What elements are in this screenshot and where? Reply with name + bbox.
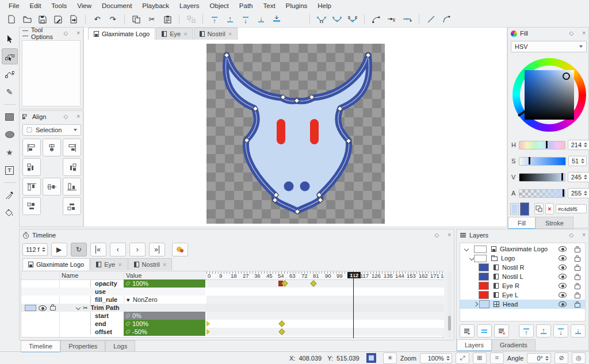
keyframe[interactable] (278, 320, 285, 327)
keyframe[interactable] (310, 280, 316, 286)
layer-color-swatch[interactable] (479, 263, 489, 271)
saturation-slider[interactable] (519, 157, 566, 166)
lower-to-bottom-button[interactable]: ↓ (254, 13, 268, 26)
layer-row-eye-l[interactable]: Eye L (460, 290, 585, 300)
layer-row-eye-r[interactable]: Eye R (460, 281, 585, 290)
layer-raise-button[interactable]: ↑ (536, 324, 551, 338)
menu-layers[interactable]: Layers (174, 0, 205, 12)
draw-line-button[interactable] (424, 13, 438, 26)
duplicate-layer-button[interactable] (477, 324, 492, 338)
star-tool-button[interactable]: ★ (2, 144, 18, 160)
reset-rotation-button[interactable]: ⊘ (554, 352, 568, 364)
menu-path[interactable]: Path (234, 0, 258, 12)
align-top-button[interactable] (22, 178, 41, 196)
close-panel-button[interactable]: × (582, 232, 586, 238)
offset-track[interactable] (206, 328, 444, 336)
menu-plugins[interactable]: Plugins (281, 0, 313, 12)
property-row-use[interactable]: use (21, 288, 205, 296)
lock-icon[interactable] (575, 275, 580, 280)
redo-button[interactable]: ↷ (106, 13, 120, 26)
expander-icon[interactable] (464, 247, 469, 251)
edit-nodes-tool-button[interactable] (2, 48, 18, 64)
align-bottom-button[interactable] (63, 178, 81, 196)
tool-options-titlebar[interactable]: Tool Options ◇ × (20, 28, 83, 39)
scrollbar-thumb[interactable] (448, 316, 451, 331)
move-to-layer-button[interactable] (270, 13, 284, 26)
align-hcenter-button[interactable] (43, 139, 61, 156)
close-tab-icon[interactable]: × (118, 261, 121, 268)
layer-row-logo[interactable]: Logo (460, 254, 585, 263)
tab-eye[interactable]: Eye × (156, 28, 193, 40)
hue-spinbox[interactable]: 214 (568, 140, 589, 150)
keyframe-start-half[interactable] (206, 321, 210, 327)
trim-path-swatch[interactable] (25, 305, 36, 311)
eye-left-shape[interactable] (277, 119, 285, 144)
menu-document[interactable]: Document (97, 0, 137, 12)
visibility-icon[interactable] (559, 283, 567, 289)
layer-color-swatch[interactable] (479, 291, 489, 299)
property-row-opacity[interactable]: opacity 100% (21, 279, 205, 288)
trim-path-track[interactable] (206, 304, 444, 312)
menu-edit[interactable]: Edit (25, 0, 47, 12)
align-right-button[interactable] (63, 139, 81, 156)
align-outside-right-button[interactable] (63, 158, 81, 176)
add-layer-button[interactable] (460, 324, 475, 338)
rectangle-tool-button[interactable] (2, 109, 18, 125)
spin-arrows[interactable] (545, 356, 549, 361)
onion-skin-button[interactable]: ◎ (572, 352, 586, 364)
select-tool-button[interactable] (2, 30, 18, 47)
tab-properties[interactable]: Properties (60, 340, 105, 352)
tab-logs[interactable]: Logs (105, 340, 135, 352)
node-symmetric-button[interactable] (346, 13, 359, 26)
go-to-end-button[interactable]: » (149, 243, 165, 256)
align-outside-left-button[interactable] (22, 158, 41, 176)
visibility-icon[interactable] (559, 246, 567, 252)
canvas-viewport[interactable] (206, 44, 385, 224)
float-panel-button[interactable]: ◇ (434, 232, 439, 238)
head-shape[interactable] (225, 55, 369, 211)
property-row-fill-rule[interactable]: fill_rule ♥NonZero (21, 296, 205, 304)
open-file-button[interactable] (20, 13, 34, 26)
tab-gradients[interactable]: Gradients (492, 339, 536, 351)
align-titlebar[interactable]: Align ◇ × (20, 111, 83, 122)
nostril-left-shape[interactable] (284, 182, 294, 191)
layer-lower-button[interactable]: ↓ (553, 324, 568, 338)
visibility-icon[interactable] (559, 292, 567, 298)
close-panel-button[interactable]: × (582, 30, 586, 36)
property-row-offset[interactable]: offset -50% (21, 328, 205, 336)
fill-rule-value-cell[interactable]: ♥NonZero (124, 296, 205, 304)
visibility-icon[interactable] (559, 265, 567, 270)
timeline-titlebar[interactable]: Timeline ◇ × (20, 229, 454, 241)
delete-layer-button[interactable] (494, 324, 509, 338)
canvas-settings-button[interactable]: ✳ (383, 352, 397, 364)
ellipse-tool-button[interactable] (2, 127, 18, 143)
color-picker-tool-button[interactable] (2, 187, 18, 203)
keyframe[interactable] (278, 328, 285, 335)
close-panel-button[interactable]: × (448, 232, 451, 238)
align-outside-top-button[interactable] (22, 197, 41, 215)
paste-button[interactable] (160, 13, 174, 26)
new-file-button[interactable] (5, 13, 18, 26)
tab-stroke[interactable]: Stroke (536, 217, 573, 229)
float-panel-button[interactable]: ◇ (569, 232, 573, 238)
next-frame-button[interactable]: › (129, 243, 146, 256)
secondary-color-swatch[interactable] (520, 202, 530, 216)
current-color-indicator[interactable] (366, 353, 376, 363)
close-panel-button[interactable]: × (77, 114, 80, 120)
align-outside-bottom-button[interactable] (63, 197, 81, 215)
float-panel-button[interactable]: ◇ (63, 30, 68, 36)
saturation-slider-handle[interactable] (529, 157, 530, 164)
draw-bezier-tool-button[interactable] (2, 66, 18, 82)
draw-arc-button[interactable] (439, 13, 453, 26)
eye-right-shape[interactable] (310, 119, 319, 144)
lock-icon[interactable] (575, 294, 580, 298)
float-panel-button[interactable]: ◇ (569, 30, 573, 36)
menu-file[interactable]: File (3, 0, 25, 12)
align-vcenter-button[interactable] (43, 178, 61, 196)
use-track[interactable] (206, 288, 444, 296)
frame-spinbox[interactable]: 112 f (22, 243, 48, 256)
expander-icon[interactable] (76, 305, 81, 310)
menu-view[interactable]: View (72, 0, 97, 12)
zoom-spinbox[interactable]: 100% (420, 353, 452, 363)
play-button[interactable]: ▶ (51, 243, 67, 256)
